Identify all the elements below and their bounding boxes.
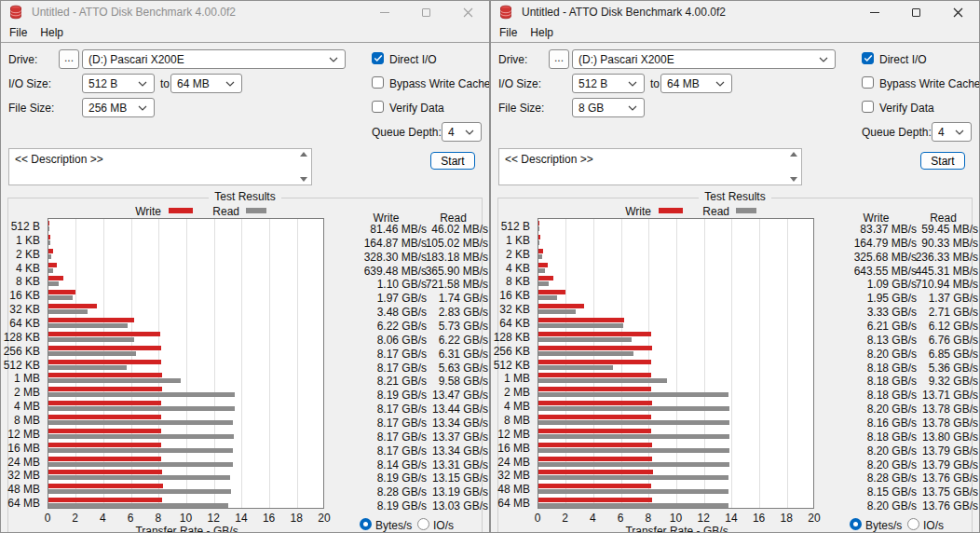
bytes-per-sec-radio[interactable] bbox=[360, 518, 372, 530]
legend-write-label: Write bbox=[599, 205, 651, 218]
titlebar[interactable]: Untitled - ATTO Disk Benchmark 4.00.0f2 bbox=[1, 1, 489, 23]
write-value: 8.17 GB/s bbox=[346, 362, 427, 376]
legend-read-swatch bbox=[246, 208, 266, 213]
x-tick-label: 4 bbox=[88, 512, 116, 525]
chevron-down-icon bbox=[138, 105, 147, 111]
bytes-per-sec-radio[interactable] bbox=[850, 518, 862, 530]
atto-window-right: Untitled - ATTO Disk Benchmark 4.00.0f2 … bbox=[490, 0, 980, 533]
y-axis-label: 4 MB bbox=[1, 400, 40, 414]
io-size-from-value: 512 B bbox=[578, 77, 607, 90]
write-value: 8.18 GB/s bbox=[836, 389, 917, 403]
io-size-from-select[interactable]: 512 B bbox=[572, 74, 645, 93]
menu-help[interactable]: Help bbox=[34, 24, 70, 41]
minimize-button[interactable] bbox=[363, 1, 405, 23]
x-tick-label: 18 bbox=[772, 512, 800, 525]
write-bar bbox=[538, 360, 651, 364]
y-axis-label: 1 MB bbox=[1, 372, 40, 386]
write-bar bbox=[538, 235, 540, 239]
x-tick-label: 14 bbox=[717, 512, 745, 525]
io-size-from-select[interactable]: 512 B bbox=[82, 74, 155, 93]
read-bar bbox=[48, 448, 233, 453]
read-value: 13.78 GB/s bbox=[908, 403, 978, 417]
y-axis-label: 48 MB bbox=[1, 483, 40, 497]
close-button[interactable] bbox=[937, 1, 979, 23]
write-value: 328.30 MB/s bbox=[346, 251, 427, 265]
read-bar bbox=[538, 489, 728, 494]
write-bar bbox=[538, 470, 653, 474]
menu-file[interactable]: File bbox=[493, 24, 524, 41]
read-value: 13.79 GB/s bbox=[908, 458, 978, 472]
read-bar bbox=[48, 309, 88, 314]
io-per-sec-label: IO/s bbox=[923, 519, 944, 532]
maximize-button[interactable] bbox=[405, 1, 447, 23]
y-axis-label: 32 MB bbox=[491, 469, 530, 483]
maximize-button[interactable] bbox=[895, 1, 937, 23]
read-value: 445.31 MB/s bbox=[908, 265, 978, 279]
browse-drive-button[interactable]: ... bbox=[549, 49, 569, 69]
read-bar bbox=[48, 295, 73, 300]
to-label: to bbox=[650, 77, 660, 90]
read-bar bbox=[538, 365, 613, 370]
read-value: 183.18 MB/s bbox=[418, 251, 488, 265]
write-bar bbox=[538, 332, 651, 336]
bypass-write-cache-checkbox[interactable] bbox=[372, 76, 384, 89]
file-size-value: 256 MB bbox=[88, 102, 127, 115]
io-per-sec-radio[interactable] bbox=[417, 518, 429, 530]
drive-select[interactable]: (D:) Pascari X200E bbox=[82, 49, 346, 69]
bypass-write-cache-checkbox[interactable] bbox=[862, 76, 874, 89]
drive-select[interactable]: (D:) Pascari X200E bbox=[572, 49, 836, 69]
y-axis-label: 128 KB bbox=[1, 331, 40, 345]
y-axis-label: 8 MB bbox=[491, 414, 530, 428]
write-bar bbox=[538, 401, 652, 405]
minimize-button[interactable] bbox=[853, 1, 895, 23]
menu-help[interactable]: Help bbox=[524, 24, 560, 41]
queue-depth-select[interactable]: 4 bbox=[932, 122, 972, 142]
io-size-to-select[interactable]: 64 MB bbox=[660, 74, 732, 93]
description-box[interactable]: << Description >> bbox=[8, 148, 312, 185]
write-bar bbox=[48, 470, 162, 474]
direct-io-checkbox[interactable] bbox=[862, 52, 874, 64]
write-value: 8.13 GB/s bbox=[836, 334, 917, 348]
description-box[interactable]: << Description >> bbox=[498, 148, 802, 185]
x-tick-label: 10 bbox=[662, 512, 690, 525]
write-bar bbox=[538, 304, 584, 308]
direct-io-checkbox[interactable] bbox=[372, 52, 384, 64]
chart-plot bbox=[48, 218, 324, 509]
write-bar bbox=[538, 429, 651, 433]
file-size-label: File Size: bbox=[498, 102, 544, 115]
scroll-up-icon[interactable] bbox=[790, 152, 797, 157]
queue-depth-select[interactable]: 4 bbox=[442, 122, 482, 142]
file-size-select[interactable]: 8 GB bbox=[572, 98, 645, 117]
io-size-to-value: 64 MB bbox=[667, 77, 700, 90]
window-controls bbox=[853, 1, 979, 23]
read-value: 13.19 GB/s bbox=[418, 485, 488, 499]
close-button[interactable] bbox=[447, 1, 489, 23]
file-size-select[interactable]: 256 MB bbox=[82, 98, 155, 117]
io-per-sec-radio[interactable] bbox=[907, 518, 919, 530]
browse-drive-button[interactable]: ... bbox=[59, 49, 79, 69]
io-size-to-select[interactable]: 64 MB bbox=[170, 74, 242, 93]
scroll-down-icon[interactable] bbox=[300, 177, 307, 182]
write-value: 3.33 GB/s bbox=[836, 306, 917, 320]
io-size-label: I/O Size: bbox=[498, 77, 541, 90]
read-bar bbox=[48, 254, 51, 259]
titlebar[interactable]: Untitled - ATTO Disk Benchmark 4.00.0f2 bbox=[491, 1, 979, 23]
menu-file[interactable]: File bbox=[3, 24, 34, 41]
queue-depth-value: 4 bbox=[448, 126, 455, 139]
read-bar bbox=[48, 434, 234, 439]
read-value: 90.33 MB/s bbox=[908, 237, 978, 251]
direct-io-label: Direct I/O bbox=[879, 53, 927, 66]
start-button[interactable]: Start bbox=[430, 152, 475, 170]
write-bar bbox=[48, 304, 97, 308]
read-bar bbox=[538, 378, 667, 383]
scroll-up-icon[interactable] bbox=[300, 152, 307, 157]
write-value: 8.19 GB/s bbox=[346, 389, 427, 403]
x-tick-label: 2 bbox=[551, 512, 579, 525]
verify-data-checkbox[interactable] bbox=[372, 101, 384, 113]
verify-data-checkbox[interactable] bbox=[862, 101, 874, 113]
write-bar bbox=[48, 249, 53, 253]
scroll-down-icon[interactable] bbox=[790, 177, 797, 182]
start-button[interactable]: Start bbox=[920, 152, 965, 170]
y-axis-label: 16 MB bbox=[491, 442, 530, 456]
file-size-value: 8 GB bbox=[578, 102, 604, 115]
